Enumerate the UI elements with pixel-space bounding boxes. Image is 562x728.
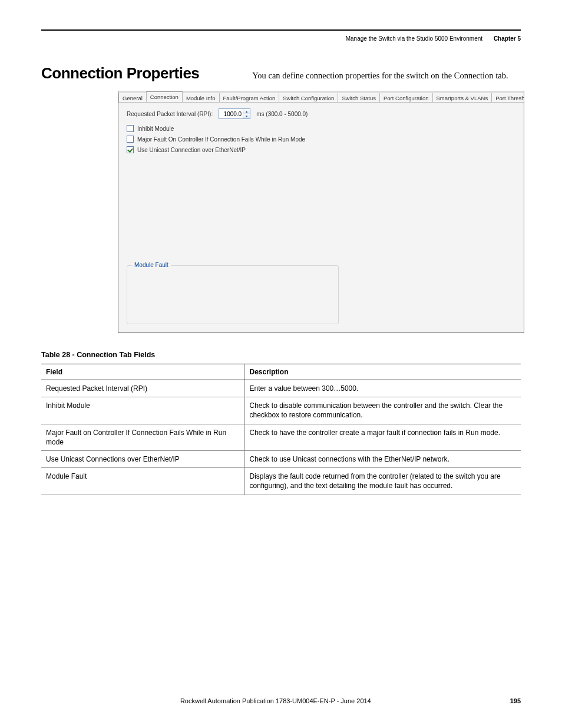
inhibit-module-label: Inhibit Module	[137, 126, 174, 132]
tab-switch-configuration[interactable]: Switch Configuration	[279, 93, 338, 103]
tab-fault-program-action[interactable]: Fault/Program Action	[219, 93, 280, 103]
table-row: Use Unicast Connections over EtherNet/IP…	[41, 450, 521, 467]
tab-connection[interactable]: Connection	[146, 91, 183, 102]
field-cell: Major Fault on Controller If Connection …	[41, 424, 244, 450]
spinner-down-icon[interactable]: ▼	[243, 114, 250, 118]
header-breadcrumb: Manage the Switch via the Studio 5000 En…	[346, 35, 482, 42]
field-cell: Module Fault	[41, 468, 244, 495]
rpi-unit: ms (300.0 - 5000.0)	[256, 111, 308, 117]
header-chapter: Chapter 5	[494, 35, 521, 42]
desc-cell: Check to have the controller create a ma…	[244, 424, 521, 450]
rpi-label: Requested Packet Interval (RPI):	[127, 111, 213, 117]
tab-switch-status[interactable]: Switch Status	[338, 93, 380, 103]
tab-general[interactable]: General	[118, 93, 147, 103]
major-fault-checkbox[interactable]	[127, 136, 134, 143]
tab-smartports-vlans[interactable]: Smartports & VLANs	[432, 93, 492, 103]
field-cell: Requested Packet Interval (RPI)	[41, 380, 244, 397]
table-row: Inhibit Module Check to disable communic…	[41, 397, 521, 424]
page-footer: Rockwell Automation Publication 1783-UM0…	[41, 697, 521, 704]
dialog-tabs: General Connection Module Info Fault/Pro…	[118, 91, 524, 103]
section-intro: You can define connection properties for…	[252, 71, 508, 81]
field-cell: Inhibit Module	[41, 397, 244, 424]
module-fault-legend: Module Fault	[132, 262, 171, 268]
tab-port-configuration[interactable]: Port Configuration	[379, 93, 433, 103]
table-row: Requested Packet Interval (RPI) Enter a …	[41, 380, 521, 397]
tab-module-info[interactable]: Module Info	[182, 93, 220, 103]
inhibit-module-checkbox[interactable]	[127, 125, 134, 132]
table-row: Module Fault Displays the fault code ret…	[41, 468, 521, 495]
unicast-checkbox[interactable]	[127, 146, 134, 153]
page-header: Manage the Switch via the Studio 5000 En…	[41, 34, 521, 42]
unicast-label: Use Unicast Connection over EtherNet/IP	[137, 147, 246, 153]
connection-fields-table: Field Description Requested Packet Inter…	[41, 364, 521, 495]
rpi-spinner[interactable]: ▲ ▼	[219, 108, 250, 119]
connection-dialog-screenshot: General Connection Module Info Fault/Pro…	[118, 91, 524, 333]
spinner-up-icon[interactable]: ▲	[243, 109, 250, 114]
module-fault-group: Module Fault	[127, 265, 339, 324]
field-cell: Use Unicast Connections over EtherNet/IP	[41, 450, 244, 467]
table-head-field: Field	[41, 364, 244, 380]
table-head-description: Description	[244, 364, 521, 380]
desc-cell: Check to disable communication between t…	[244, 397, 521, 424]
section-title: Connection Properties	[41, 64, 199, 83]
tab-port-thresholds[interactable]: Port Thresholds	[491, 93, 524, 103]
desc-cell: Displays the fault code returned from th…	[244, 468, 521, 495]
desc-cell: Check to use Unicast connections with th…	[244, 450, 521, 467]
desc-cell: Enter a value between 300…5000.	[244, 380, 521, 397]
table-caption: Table 28 - Connection Tab Fields	[41, 351, 521, 359]
rpi-input[interactable]	[219, 109, 243, 118]
major-fault-label: Major Fault On Controller If Connection …	[137, 136, 305, 143]
footer-publication: Rockwell Automation Publication 1783-UM0…	[41, 697, 510, 704]
table-row: Major Fault on Controller If Connection …	[41, 424, 521, 450]
footer-page-number: 195	[510, 697, 521, 704]
